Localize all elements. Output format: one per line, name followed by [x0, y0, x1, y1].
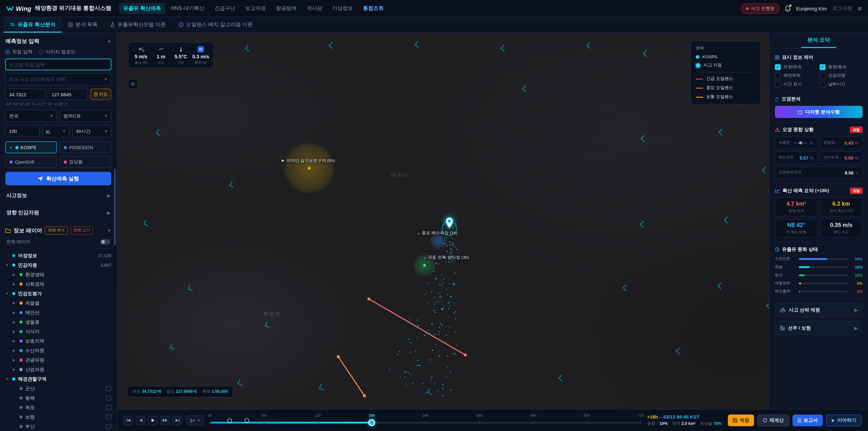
layer-tree-item[interactable]: ▼해경관할구역: [5, 374, 111, 384]
skip-start-button[interactable]: [123, 416, 133, 425]
layer-tree-item[interactable]: 어장정보17,129: [5, 251, 111, 260]
polygon-analysis-button[interactable]: 다각형 분석수행: [775, 106, 863, 118]
checkbox-icon: ✓: [775, 64, 781, 70]
continue-button[interactable]: 이어하기: [826, 414, 862, 426]
spill-amount-input[interactable]: [5, 125, 39, 136]
layer-tree-item[interactable]: ▶보호지역: [5, 336, 111, 346]
unit-select[interactable]: kL▼: [42, 125, 69, 137]
skip-end-button[interactable]: [172, 416, 182, 425]
collapse-chevron-icon[interactable]: ▼: [107, 39, 111, 43]
stat-block-rate: 차단율 75%: [700, 421, 721, 427]
model-chip-poseidon[interactable]: ✓POSEIDON: [60, 142, 111, 153]
map-canvas[interactable]: 여수시 화양면 ⚑여자만 습지보호구역 (6h) ⌂종포 해수욕장 (1h) ⌂…: [117, 33, 769, 409]
collapse-chevron-icon[interactable]: ▼: [107, 228, 111, 233]
display-option-datetime[interactable]: ✓날짜시간: [819, 81, 863, 87]
layers-all-on-button[interactable]: 전체 켜기: [45, 226, 68, 235]
display-option-current[interactable]: ✓유향/유속: [775, 64, 818, 70]
layer-tree-item[interactable]: ▼민감자원3,947: [5, 260, 111, 270]
display-option-sensitive-resource[interactable]: ✓민감자원: [819, 73, 863, 79]
layer-tree-item[interactable]: ▶서식지: [5, 327, 111, 336]
oil-type-select[interactable]: 벙커C유▼: [60, 110, 111, 122]
layer-tree-item[interactable]: ▶환경생태: [5, 270, 111, 279]
playback-speed-select[interactable]: 1×▼: [186, 415, 204, 425]
layer-tree-item[interactable]: ▶수산자원: [5, 346, 111, 355]
model-chip-kosps[interactable]: ✓KOSPS: [5, 142, 57, 153]
display-option-wind[interactable]: ✓풍향/풍속: [819, 64, 863, 70]
model-chip-ensemble[interactable]: ✓앙상블: [60, 156, 111, 168]
section-vessel-specs[interactable]: 사고 선박 제원 ▶: [775, 303, 863, 317]
report-button[interactable]: 보고서: [792, 414, 823, 426]
nav-item-oil-spill-prediction[interactable]: 유출유 확산예측: [119, 3, 165, 14]
menu-icon[interactable]: ≡: [858, 4, 862, 12]
timeline-slider[interactable]: [211, 422, 641, 424]
spill-amount-mini-slider[interactable]: [793, 142, 807, 144]
red-dot-icon: [746, 7, 749, 10]
layer-tree-item[interactable]: 부산: [5, 422, 111, 431]
timeline-info: +18h – 03/12 08:45 KST 풍향 ↑ 10% 면적 2.0 k…: [647, 414, 721, 427]
nav-item-emergency-rescue[interactable]: 긴급구난: [210, 3, 240, 14]
incident-status-badge: 사고 진행중: [741, 3, 779, 13]
sidebar-scrollbar-thumb[interactable]: [114, 168, 116, 245]
display-option-time[interactable]: ✓시간 표시: [775, 81, 818, 87]
accident-name-input[interactable]: [5, 59, 111, 70]
section-impact-resources[interactable]: 영향 민감자원▶: [5, 204, 111, 221]
spill-type-select[interactable]: 연속▼: [5, 110, 57, 122]
logout-button[interactable]: 로그아웃: [832, 5, 852, 12]
tab-model-theory[interactable]: 유출유확산모델 이론: [104, 17, 172, 33]
layer-tree-item[interactable]: ▶생물종: [5, 317, 111, 327]
run-prediction-button[interactable]: 확산예측 실행: [5, 172, 111, 185]
layer-tree-item[interactable]: ▶해안선: [5, 308, 111, 317]
duration-select[interactable]: 48시간▼: [72, 125, 111, 137]
pick-on-map-button[interactable]: 지도: [90, 89, 111, 100]
layer-tree-item[interactable]: ▶산업자원: [5, 365, 111, 374]
layer-tree-item[interactable]: ▶계절별: [5, 298, 111, 308]
map-style-button[interactable]: [128, 79, 138, 89]
radio-image-upload[interactable]: 이미지 업로드: [39, 49, 75, 55]
recalculate-button[interactable]: 재계산: [757, 414, 789, 426]
fence-deploy-marker-icon[interactable]: [227, 418, 232, 423]
layer-tree-item[interactable]: 군산: [5, 384, 111, 393]
layer-tree-item[interactable]: 보령: [5, 412, 111, 422]
display-option-shore-adhesion[interactable]: ✓해안부착: [775, 73, 818, 79]
trend-icon: [775, 188, 780, 193]
layer-tree-item[interactable]: ▶사회경제: [5, 279, 111, 289]
model-chip-opendrift[interactable]: ✓OpenDrift: [5, 156, 57, 168]
legend-divider: [696, 72, 755, 72]
layer-tree-item[interactable]: ▼민감도평가: [5, 289, 111, 298]
tab-diffusion-analysis[interactable]: 유출유 확산분석: [4, 17, 62, 33]
map-pin-icon: [94, 92, 97, 96]
nav-item-weather-info[interactable]: 기상정보: [328, 3, 358, 14]
layer-tree-item[interactable]: ▶관광자원: [5, 355, 111, 365]
notification-bell-icon[interactable]: [784, 5, 790, 11]
latitude-input[interactable]: [5, 89, 45, 100]
fast-forward-button[interactable]: [160, 416, 170, 425]
layers-all-off-button[interactable]: 전체 끄기: [70, 226, 93, 235]
step-back-button[interactable]: [135, 416, 146, 425]
floppy-icon: [733, 418, 737, 423]
fence-line-swatch: [696, 79, 703, 79]
section-owner-insurance[interactable]: 선주 / 보험 ▶: [775, 321, 863, 335]
save-button[interactable]: 저장: [728, 414, 754, 426]
longitude-input[interactable]: [48, 89, 88, 100]
nav-item-board[interactable]: 게시판: [302, 3, 327, 14]
tab-fence-algorithm-theory[interactable]: 오일펜스 배치 알고리즘 이론: [172, 17, 259, 33]
all-layers-switch[interactable]: [100, 239, 110, 245]
layer-tree-item[interactable]: 목포: [5, 403, 111, 412]
tab-analysis-list[interactable]: 분석 목록: [62, 17, 104, 33]
spill-point-marker[interactable]: [445, 217, 454, 229]
timeline-track[interactable]: 0h6h12h18h24h36h48h60h72h: [211, 413, 641, 428]
cell-polluted-area: 오염해역면적 8.56 ㎢: [775, 166, 863, 179]
tab-analysis-summary[interactable]: 분석 요약: [770, 33, 868, 49]
nav-item-integrated-search[interactable]: 통합조회: [359, 3, 388, 14]
nav-item-aerial-search[interactable]: 항공탐색: [272, 3, 301, 14]
layer-tree-item[interactable]: 동해: [5, 393, 111, 403]
nav-item-hns-air-diffusion[interactable]: HNS·대기확산: [166, 3, 209, 14]
notification-dot: [789, 4, 792, 6]
accident-list-select[interactable]: 또는 사고 리스트에서 선택▼: [5, 73, 111, 86]
section-accident-info[interactable]: 사고정보▶: [5, 187, 111, 204]
section-pollution-status: 오염 종합 상황 위험 유출량 kL 증발량: [775, 123, 863, 184]
nav-item-reports[interactable]: 보고자료: [241, 3, 271, 14]
play-button[interactable]: [148, 416, 158, 425]
fence-deploy-marker-icon[interactable]: [245, 418, 249, 423]
radio-direct-input[interactable]: 직접 입력: [5, 49, 33, 55]
